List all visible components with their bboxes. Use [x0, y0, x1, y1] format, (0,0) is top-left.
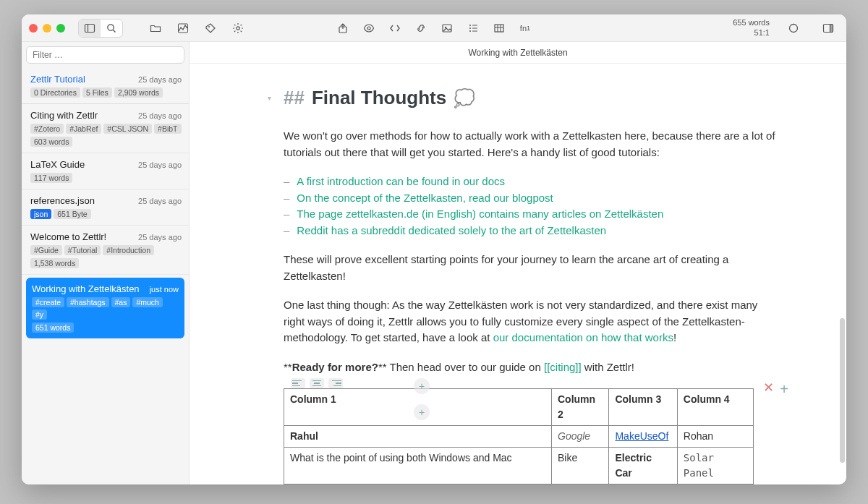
paragraph[interactable]: One last thing though: As the way Zettel… [284, 297, 781, 346]
add-column-end-button[interactable]: + [780, 378, 788, 400]
file-wordcount: 117 words [30, 173, 72, 183]
wikilink[interactable]: citing [550, 361, 575, 373]
table-cell[interactable]: Solar Panel [677, 448, 753, 484]
list-item[interactable]: –The page zettelkasten.de (in English) c… [284, 206, 781, 223]
file-item-tutorial[interactable]: Zettlr Tutorial 25 days ago 0 Directorie… [22, 68, 189, 104]
titlebar: fn1 655 words 51:1 [22, 14, 846, 42]
file-item-references[interactable]: references.json 25 days ago json 651 Byt… [22, 189, 189, 226]
file-tag: #CSL JSON [103, 124, 152, 134]
table-row: Rahul Google MakeUseOf Rohan [284, 426, 754, 448]
toolbar-right: 655 words 51:1 [733, 18, 839, 37]
insert-footnote-button[interactable]: fn1 [517, 20, 533, 37]
sidebar-toggle-button[interactable] [79, 20, 101, 37]
svg-point-11 [469, 25, 471, 26]
add-column-button[interactable]: + [414, 378, 430, 394]
align-center-button[interactable] [310, 378, 324, 388]
editor[interactable]: ▾ ## Final Thoughts 💭 We won't go over m… [190, 64, 846, 484]
svg-rect-17 [495, 25, 503, 32]
eye-icon [363, 22, 375, 34]
cursor-position: 51:1 [733, 28, 770, 38]
search-icon [106, 22, 117, 34]
pomodoro-button[interactable] [783, 20, 804, 37]
gear-icon [232, 22, 244, 34]
word-count: 655 words [733, 18, 770, 27]
heading[interactable]: ▾ ## Final Thoughts 💭 [284, 84, 781, 112]
table-align-controls [291, 378, 343, 388]
file-item-citing[interactable]: Citing with Zettlr 25 days ago #Zotero #… [22, 104, 189, 153]
insert-image-button[interactable] [439, 20, 455, 37]
paragraph[interactable]: We won't go over methods for how to actu… [284, 128, 781, 161]
table-cell[interactable]: Electric Car [609, 448, 677, 484]
add-row-button[interactable]: + [414, 404, 430, 420]
file-size: 651 Byte [54, 209, 90, 219]
close-window-button[interactable] [29, 24, 38, 33]
insert-tasklist-button[interactable] [465, 20, 481, 37]
align-right-button[interactable] [328, 378, 343, 388]
insert-table-button[interactable] [491, 20, 507, 37]
svg-rect-24 [830, 24, 833, 32]
heading-marker: ## [284, 84, 305, 112]
right-panel-icon [822, 22, 834, 34]
svg-point-21 [790, 24, 798, 32]
file-item-welcome[interactable]: Welcome to Zettlr! 25 days ago #Guide #T… [22, 226, 189, 275]
file-tag: #hashtags [67, 297, 109, 307]
file-item-zettelkasten[interactable]: Working with Zettelkästen just now #crea… [26, 278, 184, 338]
file-tag: #Zotero [30, 124, 64, 134]
table-cell[interactable]: MakeUseOf [609, 426, 677, 448]
filter-input[interactable] [26, 46, 184, 64]
doc-title: Working with Zettelkästen [190, 42, 846, 64]
minimize-window-button[interactable] [43, 24, 51, 33]
maximize-window-button[interactable] [56, 24, 65, 33]
paragraph[interactable]: These will prove excellent starting poin… [284, 252, 781, 284]
markdown-table[interactable]: Column 1 Column 2 Column 3 Column 4 Rahu… [284, 388, 754, 484]
app-window: fn1 655 words 51:1 Zettlr Tutorial [22, 14, 846, 484]
svg-rect-4 [179, 24, 188, 33]
file-time: 25 days ago [138, 75, 182, 84]
insert-link-button[interactable] [413, 20, 429, 37]
file-wordcount: 651 words [32, 323, 74, 333]
global-search-button[interactable] [101, 20, 122, 37]
delete-table-button[interactable]: ✕ [763, 378, 774, 398]
table-header[interactable]: Column 4 [677, 389, 753, 426]
table-cell[interactable]: Rohan [677, 426, 753, 448]
preferences-button[interactable] [227, 20, 249, 37]
list-item[interactable]: –On the concept of the Zettelkasten, rea… [284, 190, 781, 207]
file-tag: #Guide [30, 245, 62, 255]
table-header-row: Column 1 Column 2 Column 3 Column 4 [284, 389, 754, 426]
svg-line-3 [113, 30, 115, 32]
file-title: Welcome to Zettlr! [30, 231, 106, 242]
file-tag: #Introduction [103, 245, 154, 255]
table-header[interactable]: Column 3 [609, 389, 677, 426]
file-tag: #create [32, 297, 64, 307]
fold-caret-icon[interactable]: ▾ [268, 93, 271, 103]
right-sidebar-toggle-button[interactable] [817, 20, 839, 37]
align-left-button[interactable] [291, 378, 305, 388]
stats-button[interactable] [172, 20, 194, 37]
paragraph[interactable]: **Ready for more?** Then head over to ou… [284, 359, 781, 376]
file-ext-badge: json [30, 209, 51, 219]
inline-link[interactable]: our documentation on how that works [493, 331, 673, 343]
file-wordcount: 603 words [30, 137, 72, 147]
file-item-latex[interactable]: LaTeX Guide 25 days ago 117 words [22, 153, 189, 189]
scrollbar-thumb[interactable] [840, 318, 845, 463]
tags-button[interactable] [200, 20, 221, 37]
bullet-list[interactable]: –A first introduction can be found in ou… [284, 174, 781, 239]
table-cell[interactable]: Rahul [284, 426, 552, 448]
table-cell[interactable]: Bike [552, 448, 609, 484]
open-folder-button[interactable] [145, 20, 166, 37]
table-editor[interactable]: + + ✕ + Column 1 Column 2 Column 3 Colum… [284, 388, 781, 484]
list-item[interactable]: –Reddit has a subreddit dedicated solely… [284, 223, 781, 239]
list-item[interactable]: –A first introduction can be found in ou… [284, 174, 781, 190]
share-button[interactable] [335, 20, 351, 37]
table-link[interactable]: MakeUseOf [615, 430, 668, 442]
svg-point-15 [469, 30, 471, 32]
table-cell[interactable]: What is the point of using both Windows … [284, 448, 552, 484]
file-title: references.json [30, 195, 95, 206]
table-cell[interactable]: Google [552, 426, 609, 448]
preview-button[interactable] [361, 20, 377, 37]
file-meta: 2,909 words [114, 87, 163, 98]
file-tag: #BibT [154, 124, 181, 134]
table-header[interactable]: Column 2 [552, 389, 609, 426]
insert-code-button[interactable] [387, 20, 403, 37]
file-time: just now [150, 285, 179, 294]
